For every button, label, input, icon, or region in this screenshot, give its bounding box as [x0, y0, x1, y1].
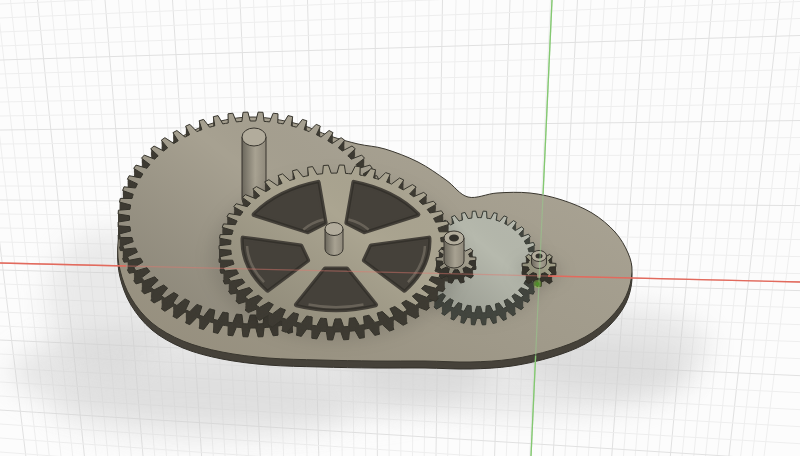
small-gear-hub[interactable]: [532, 251, 547, 269]
cad-viewport[interactable]: [0, 0, 800, 456]
spoked-gear-hub-pin[interactable]: [325, 223, 343, 256]
soft-shadow-blob: [50, 368, 350, 444]
gear-assembly-model[interactable]: [118, 112, 632, 369]
scene-svg: [0, 0, 800, 456]
origin-point: [534, 280, 542, 288]
pinion-shaft[interactable]: [444, 231, 464, 268]
